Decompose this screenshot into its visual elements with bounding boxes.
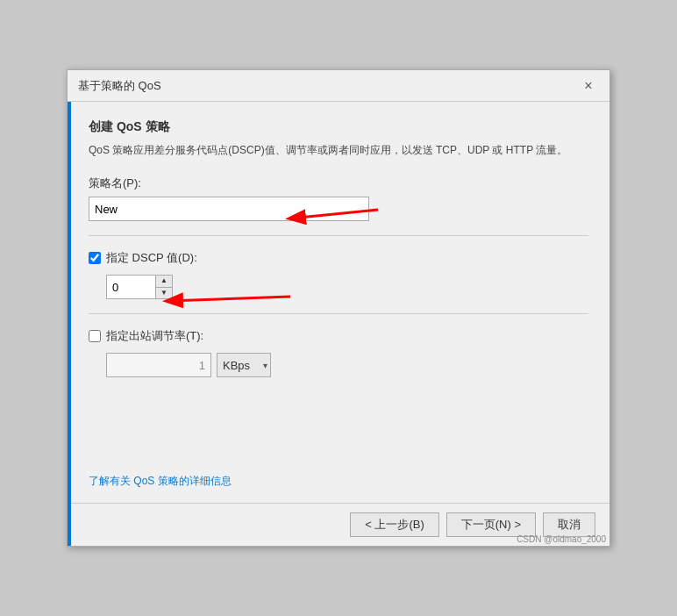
- next-button[interactable]: 下一页(N) >: [446, 512, 536, 537]
- dscp-value-input[interactable]: [106, 275, 155, 299]
- qos-info-link[interactable]: 了解有关 QoS 策略的详细信息: [89, 475, 232, 487]
- cancel-button[interactable]: 取消: [543, 512, 595, 537]
- dscp-checkbox-row: 指定 DSCP 值(D):: [89, 250, 588, 266]
- qos-dialog: 基于策略的 QoS × 创建 QoS 策略 QoS 策略应用差分服务代码点(DS…: [67, 69, 610, 547]
- red-arrow-2: [159, 283, 299, 327]
- red-arrow-1: [281, 188, 387, 232]
- title-bar: 基于策略的 QoS ×: [68, 70, 609, 102]
- throttle-value-input[interactable]: [106, 353, 211, 377]
- throttle-rate-row: KBps MBps GBps: [89, 353, 588, 377]
- link-area: 了解有关 QoS 策略的详细信息: [68, 474, 609, 503]
- policy-name-container: [89, 197, 588, 221]
- section-desc: QoS 策略应用差分服务代码点(DSCP)值、调节率或两者同时应用，以发送 TC…: [89, 142, 588, 158]
- divider-1: [89, 235, 588, 236]
- section-title: 创建 QoS 策略: [89, 119, 588, 135]
- svg-line-3: [167, 297, 290, 301]
- dscp-label[interactable]: 指定 DSCP 值(D):: [106, 250, 197, 266]
- svg-line-1: [290, 210, 378, 218]
- info-area: [89, 386, 588, 456]
- throttle-label[interactable]: 指定出站调节率(T):: [106, 328, 203, 344]
- content-area: 创建 QoS 策略 QoS 策略应用差分服务代码点(DSCP)值、调节率或两者同…: [68, 102, 609, 474]
- watermark-text: CSDN @oldmao_2000: [517, 534, 606, 544]
- throttle-unit-select[interactable]: KBps MBps GBps: [217, 353, 271, 377]
- throttle-checkbox-row: 指定出站调节率(T):: [89, 328, 588, 344]
- prev-button[interactable]: < 上一步(B): [350, 512, 439, 537]
- dscp-checkbox[interactable]: [89, 252, 101, 264]
- close-button[interactable]: ×: [578, 75, 599, 97]
- throttle-checkbox[interactable]: [89, 330, 101, 342]
- dialog-title: 基于策略的 QoS: [78, 78, 161, 94]
- dscp-spinner-container: ▲ ▼: [89, 275, 588, 299]
- throttle-unit-wrapper: KBps MBps GBps: [217, 353, 271, 377]
